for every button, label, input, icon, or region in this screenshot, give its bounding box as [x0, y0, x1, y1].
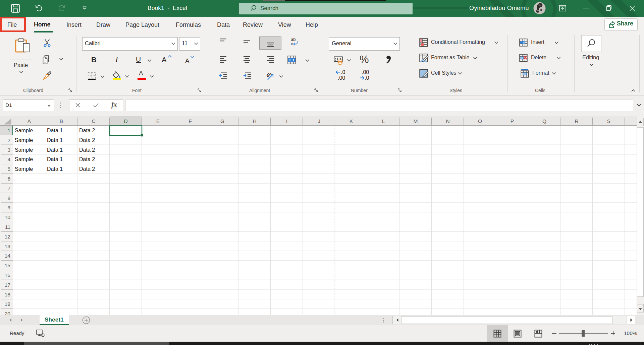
svg-text:Data 2: Data 2 — [79, 128, 95, 133]
svg-text:2: 2 — [7, 137, 10, 143]
svg-text:Data 2: Data 2 — [79, 166, 95, 172]
svg-text:Data 1: Data 1 — [47, 156, 63, 162]
svg-text:14: 14 — [5, 253, 11, 259]
svg-text:O: O — [478, 118, 482, 124]
svg-text:C: C — [92, 118, 95, 124]
svg-text:E: E — [156, 118, 160, 124]
svg-text:.00: .00 — [362, 69, 369, 75]
svg-text:Sample: Sample — [15, 147, 33, 153]
svg-text:Sample: Sample — [15, 128, 33, 133]
svg-text:P: P — [511, 118, 514, 124]
svg-text:3: 3 — [7, 147, 10, 153]
svg-text:13: 13 — [5, 244, 10, 249]
svg-text:A: A — [28, 118, 31, 124]
svg-text:B: B — [60, 118, 63, 124]
svg-text:Data 1: Data 1 — [47, 147, 63, 153]
svg-text:L: L — [382, 118, 385, 124]
svg-text:.0: .0 — [365, 75, 369, 81]
svg-text:N: N — [446, 118, 449, 124]
svg-text:9: 9 — [7, 205, 10, 210]
svg-text:R: R — [575, 118, 578, 124]
svg-text:Sample: Sample — [15, 166, 33, 172]
svg-text:K: K — [350, 118, 353, 124]
svg-text:H: H — [253, 118, 256, 124]
svg-text:5: 5 — [7, 166, 10, 172]
svg-text:J: J — [318, 118, 320, 124]
svg-text:12: 12 — [5, 234, 10, 239]
svg-text:6: 6 — [7, 176, 10, 182]
svg-text:G: G — [220, 118, 224, 124]
svg-text:Q: Q — [542, 118, 546, 124]
svg-text:I: I — [286, 118, 287, 124]
svg-text:8: 8 — [7, 195, 10, 201]
svg-text:Data 2: Data 2 — [79, 147, 95, 153]
svg-text:Data 2: Data 2 — [79, 156, 95, 162]
svg-text:c: c — [291, 41, 293, 46]
svg-text:S: S — [607, 118, 610, 124]
svg-text:1: 1 — [7, 128, 10, 133]
svg-text:19: 19 — [5, 301, 10, 307]
svg-text:17: 17 — [5, 282, 10, 288]
svg-text:15: 15 — [5, 263, 10, 268]
svg-text:Data 1: Data 1 — [47, 128, 63, 133]
svg-text:11: 11 — [5, 224, 10, 230]
svg-text:D: D — [124, 118, 127, 124]
svg-text:18: 18 — [5, 292, 10, 297]
svg-text:M: M — [414, 118, 418, 124]
svg-text:F: F — [189, 118, 192, 124]
svg-text:Data 1: Data 1 — [47, 137, 63, 143]
svg-text:7: 7 — [7, 186, 10, 191]
svg-text:10: 10 — [5, 214, 11, 220]
svg-text:16: 16 — [5, 272, 10, 278]
svg-text:Sample: Sample — [15, 156, 33, 162]
svg-text:Data 1: Data 1 — [47, 166, 63, 172]
svg-text:.00: .00 — [338, 75, 345, 81]
svg-text:.0: .0 — [341, 69, 345, 75]
svg-text:Sample: Sample — [15, 137, 33, 143]
svg-text:4: 4 — [7, 156, 10, 162]
svg-text:Data 2: Data 2 — [79, 137, 95, 143]
